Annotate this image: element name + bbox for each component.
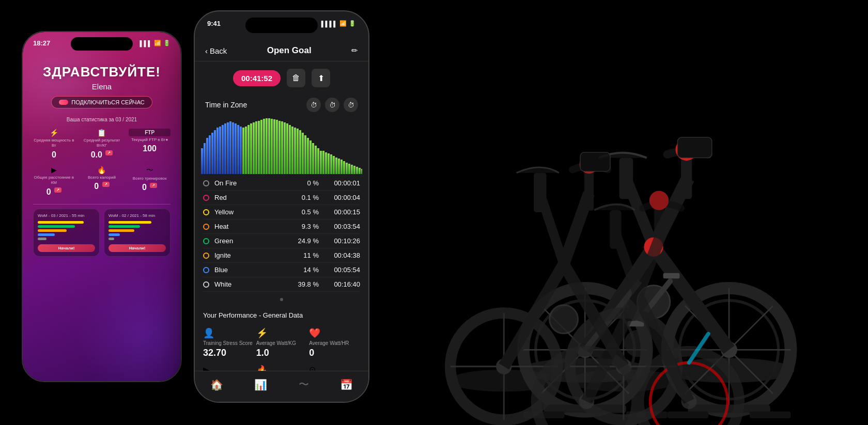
svg-rect-45 (317, 148, 319, 174)
phone-left-screen: 18:27 ▌▌▌ 📶 🔋 ЗДРАВСТВУЙТЕ! Elena ПОДКЛЮ… (23, 32, 181, 381)
bottom-navigation: 🏠 📊 〜 📅 (195, 371, 368, 402)
svg-rect-59 (353, 166, 355, 174)
zone-row-yellow: Yellow 0.5 % 00:00:15 (203, 205, 360, 219)
workout-1-btn[interactable]: Начали! (38, 244, 95, 252)
back-label: Back (210, 46, 227, 55)
zone-icon-buttons: ⏱ ⏱ ⏱ (306, 98, 358, 112)
zone-time-heat: 00:03:54 (324, 223, 360, 230)
zone-row-heat: Heat 9.3 % 00:03:54 (203, 219, 360, 234)
zone-dot-heat (203, 224, 209, 230)
stat-distance: ▶ Общее расстояние в КМ 0 ↗ (33, 166, 75, 197)
svg-rect-61 (359, 168, 361, 174)
phone-center-status-bar: 9:41 ▌▌▌▌ 📶 🔋 (207, 20, 356, 27)
page-dot (280, 298, 283, 301)
trash-button[interactable]: 🗑 (287, 69, 305, 87)
zone-dot-white (203, 281, 209, 288)
svg-rect-18 (247, 125, 250, 174)
svg-rect-6 (216, 128, 219, 174)
zone-icon-2[interactable]: ⏱ (325, 98, 339, 112)
zone-row-red: Red 0.1 % 00:00:04 (203, 191, 360, 205)
share-button[interactable]: ⬆ (312, 69, 330, 87)
svg-rect-15 (240, 127, 242, 174)
svg-point-119 (649, 191, 669, 210)
phone-center-time: 9:41 (207, 20, 221, 27)
svg-rect-0 (201, 148, 203, 174)
svg-rect-14 (237, 125, 239, 174)
tss-icon: 👤 (203, 327, 254, 339)
stat-ftp-label: Текущий FTP в Вт● (129, 137, 171, 143)
svg-rect-11 (229, 121, 231, 174)
connect-label: ПОДКЛЮЧИТЬСЯ СЕЙЧАС (71, 99, 144, 105)
zone-icon-3[interactable]: ⏱ (344, 98, 358, 112)
stat-avg-result-label: Средний результат Вт/КГ (81, 138, 123, 149)
bike-right2 (393, 83, 868, 425)
zone-pct-red: 0.1 % (293, 194, 319, 201)
stat-calories: 🔥 Всего калорий 0 ↗ (81, 166, 123, 197)
phone-left-content: ЗДРАВСТВУЙТЕ! Elena ПОДКЛЮЧИТЬСЯ СЕЙЧАС … (23, 59, 181, 262)
svg-rect-54 (340, 160, 343, 174)
svg-rect-51 (333, 156, 335, 174)
stat-calories-value: 0 ↗ (81, 182, 123, 191)
zone-icon-1[interactable]: ⏱ (306, 98, 321, 112)
zone-dot-green (203, 238, 209, 244)
workout-1-title: WoM - 03 / 2021 - 55 min (38, 213, 95, 218)
edit-button[interactable]: ✏ (351, 46, 358, 55)
svg-rect-34 (289, 125, 291, 174)
back-button[interactable]: ‹ Back (205, 46, 227, 55)
bnav-chart[interactable]: 📊 (254, 379, 267, 391)
svg-rect-19 (250, 123, 252, 174)
avg-watt-hr-value: 0 (309, 348, 360, 358)
zones-list: On Fire 0 % 00:00:01 Red 0.1 % 00:00:04 … (195, 174, 368, 294)
svg-rect-13 (235, 123, 237, 174)
zone-name-white: White (214, 280, 288, 288)
svg-rect-37 (297, 129, 299, 174)
zone-pct-yellow: 0.5 % (293, 208, 319, 216)
svg-rect-49 (328, 153, 330, 174)
svg-rect-31 (281, 121, 283, 174)
workout-2-btn[interactable]: Начали! (109, 244, 166, 252)
svg-rect-52 (335, 158, 337, 174)
zone-dot-ignite (203, 253, 209, 259)
center-signal-icon: ▌▌▌▌ (321, 21, 337, 27)
ftp-icon: FTP (129, 129, 171, 136)
avg-watt-kg-value: 1.0 (256, 348, 307, 358)
svg-rect-42 (309, 140, 312, 174)
svg-rect-4 (211, 133, 213, 174)
connect-button[interactable]: ПОДКЛЮЧИТЬСЯ СЕЙЧАС (51, 96, 152, 108)
svg-rect-20 (253, 122, 255, 174)
zone-pct-white: 39.8 % (293, 280, 319, 288)
zone-pct-onfire: 0 % (293, 179, 319, 187)
svg-rect-1 (204, 143, 206, 174)
svg-rect-117 (610, 210, 621, 249)
svg-rect-35 (291, 127, 293, 174)
avg-watt-hr-icon: ❤️ (309, 327, 360, 339)
tss-label: Training Stress Score (203, 340, 254, 347)
perf-item-avg-watt-kg: ⚡ Average Watt/KG 1.0 (256, 325, 307, 360)
svg-rect-2 (206, 138, 208, 174)
svg-rect-58 (351, 165, 353, 174)
phone-center-status-icons: ▌▌▌▌ 📶 🔋 (321, 20, 356, 27)
zone-pct-ignite: 11 % (293, 251, 319, 259)
bnav-activity[interactable]: 〜 (299, 377, 309, 391)
stat-avg-result-value: 0.0 ↗ (81, 150, 123, 160)
chevron-left-icon: ‹ (205, 46, 208, 55)
svg-rect-3 (209, 135, 211, 174)
page-indicator (195, 294, 368, 305)
zone-dot-onfire (203, 180, 209, 186)
svg-rect-17 (245, 127, 247, 174)
phone-left-status-icons: ▌▌▌ 📶 🔋 (140, 40, 171, 46)
navigation-bar: ‹ Back Open Goal ✏ (195, 38, 368, 61)
timer-badge: 00:41:52 (233, 70, 281, 86)
zone-time-green: 00:10:26 (324, 237, 360, 245)
zone-time-blue: 00:05:54 (324, 266, 360, 274)
svg-rect-39 (302, 133, 304, 174)
svg-rect-9 (224, 123, 226, 174)
zone-name-red: Red (214, 194, 288, 201)
center-battery-icon: 🔋 (349, 20, 356, 27)
bnav-calendar[interactable]: 📅 (340, 379, 353, 391)
bnav-home[interactable]: 🏠 (210, 379, 223, 391)
stats-grid: ⚡ Средняя мощность в Вт 0 📋 Средний резу… (33, 129, 171, 197)
performance-title: Your Performance - General Data (203, 311, 360, 319)
phone-center-content: ‹ Back Open Goal ✏ 00:41:52 🗑 ⬆ Time in … (195, 38, 368, 402)
workouts-row: WoM - 03 / 2021 - 55 min Начали! WoM - 0… (33, 209, 171, 257)
